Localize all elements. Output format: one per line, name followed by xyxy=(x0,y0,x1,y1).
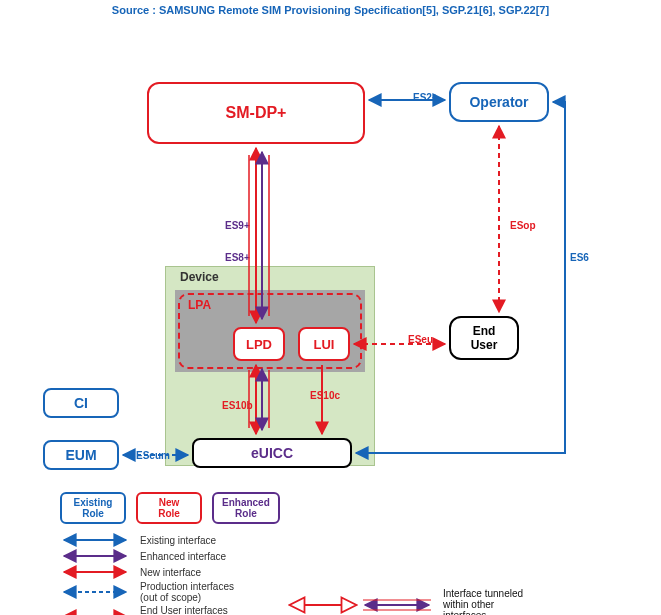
node-euicc: eUICC xyxy=(192,438,352,468)
legend-text: Existing interface xyxy=(140,535,620,546)
legend-row-existing-if: Existing interface xyxy=(60,532,620,548)
double-arrow-icon xyxy=(60,549,130,563)
edge-label-eseum: ESeum xyxy=(136,450,170,461)
double-arrow-icon xyxy=(60,533,130,547)
legend-role-existing: Existing Role xyxy=(60,492,126,524)
double-arrow-icon xyxy=(60,585,130,599)
legend-row-new-if: New interface xyxy=(60,564,620,580)
edge-label-es8plus: ES8+ xyxy=(225,252,250,263)
tunnel-arrow-icon xyxy=(285,595,435,615)
node-eum: EUM xyxy=(43,440,119,470)
legend-text: New interface xyxy=(140,567,620,578)
edge-label-es2plus: ES2+ xyxy=(413,92,438,103)
node-lpd: LPD xyxy=(233,327,285,361)
edge-label-esop: ESop xyxy=(510,220,536,231)
legend-text: Interface tunneled within other interfac… xyxy=(443,588,523,615)
legend-roles: Existing Role New Role Enhanced Role xyxy=(60,492,620,524)
node-enduser: End User xyxy=(449,316,519,360)
edge-label-es9plus: ES9+ xyxy=(225,220,250,231)
edge-label-es6: ES6 xyxy=(570,252,589,263)
source-citation: Source : SAMSUNG Remote SIM Provisioning… xyxy=(0,4,661,16)
node-ci: CI xyxy=(43,388,119,418)
diagram-canvas: Source : SAMSUNG Remote SIM Provisioning… xyxy=(0,0,661,615)
legend-row-tunneled-if: Interface tunneled within other interfac… xyxy=(285,588,523,615)
legend-text: Enhanced interface xyxy=(140,551,620,562)
legend-role-enhanced: Enhanced Role xyxy=(212,492,280,524)
double-arrow-icon xyxy=(60,565,130,579)
legend: Existing Role New Role Enhanced Role Exi… xyxy=(60,492,620,615)
device-label: Device xyxy=(180,270,219,284)
node-operator: Operator xyxy=(449,82,549,122)
node-lui: LUI xyxy=(298,327,350,361)
edge-label-es10b: ES10b xyxy=(222,400,253,411)
node-smdp: SM-DP+ xyxy=(147,82,365,144)
lpa-label: LPA xyxy=(188,298,211,312)
edge-label-eseu: ESeu xyxy=(408,334,433,345)
legend-role-new: New Role xyxy=(136,492,202,524)
double-arrow-icon xyxy=(60,609,130,615)
legend-row-enhanced-if: Enhanced interface xyxy=(60,548,620,564)
edge-label-es10c: ES10c xyxy=(310,390,340,401)
